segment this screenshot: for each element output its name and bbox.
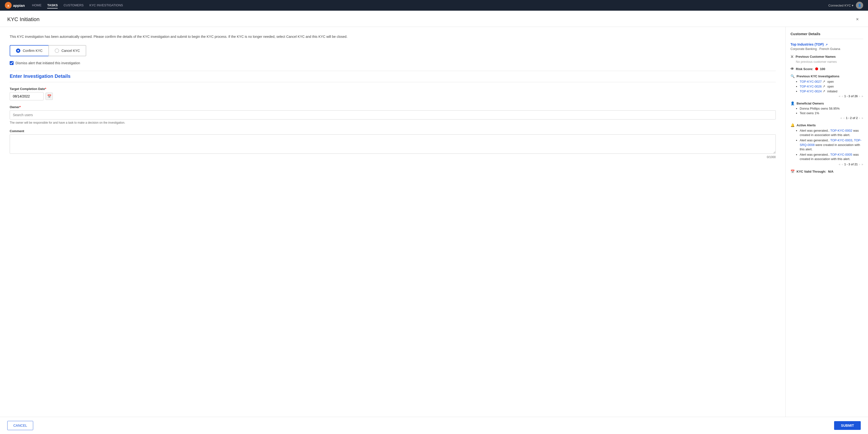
nav-left: a appian HOME TASKS CUSTOMERS KYC INVEST… (5, 2, 123, 9)
nav-customers[interactable]: CUSTOMERS (63, 2, 84, 8)
nav-right: Connected KYC ▾ 👤 (828, 2, 863, 9)
top-navigation: a appian HOME TASKS CUSTOMERS KYC INVEST… (0, 0, 868, 11)
logo-icon: a (5, 2, 11, 9)
connected-kyc-label[interactable]: Connected KYC ▾ (828, 4, 854, 7)
appian-logo: a appian (5, 2, 25, 9)
nav-kyc-investigations[interactable]: KYC INVESTIGATIONS (89, 2, 123, 8)
logo-text: appian (13, 3, 25, 7)
nav-links: HOME TASKS CUSTOMERS KYC INVESTIGATIONS (32, 2, 123, 8)
avatar: 👤 (856, 2, 863, 9)
nav-home[interactable]: HOME (32, 2, 41, 8)
nav-tasks[interactable]: TASKS (47, 2, 58, 8)
